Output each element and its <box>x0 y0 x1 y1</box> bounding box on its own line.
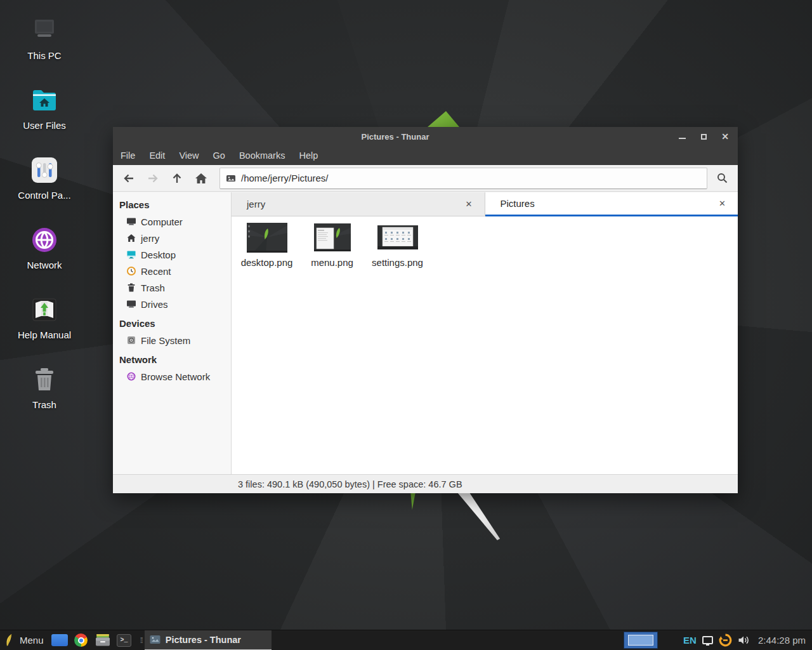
feather-logo-icon <box>4 633 14 647</box>
menu-button[interactable]: Menu <box>0 630 49 650</box>
path-text[interactable]: /home/jerry/Pictures/ <box>241 173 329 183</box>
clock[interactable]: 2:44:28 pm <box>756 635 806 646</box>
window-title: Pictures - Thunar <box>113 132 678 142</box>
sidebar-item-drives[interactable]: Drives <box>113 296 231 312</box>
search-icon <box>716 172 728 184</box>
sidebar-header-devices: Devices <box>113 315 231 332</box>
menu-edit[interactable]: Edit <box>142 146 172 165</box>
sidebar-item-recent[interactable]: Recent <box>113 263 231 279</box>
desktop-icon-control-panel[interactable]: Control Pa... <box>9 155 80 201</box>
help-manual-icon <box>29 295 60 325</box>
menu-go[interactable]: Go <box>206 146 232 165</box>
drives-icon <box>126 299 136 309</box>
desktop-icon-label: Trash <box>9 399 80 410</box>
volume-icon[interactable] <box>738 635 750 646</box>
sidebar: Places Computer jerry <box>113 192 232 474</box>
sidebar-item-label: Desktop <box>141 249 176 260</box>
keyboard-layout-indicator[interactable]: EN <box>683 635 697 646</box>
sidebar-item-label: jerry <box>141 233 159 244</box>
desktop-icon-label: User Files <box>9 120 80 131</box>
sidebar-item-desktop[interactable]: Desktop <box>113 246 231 263</box>
desktop-wallpaper: This PC User Files Control Pa... <box>0 0 812 650</box>
maximize-icon <box>701 134 707 140</box>
desktop-icon-trash[interactable]: Trash <box>9 364 80 410</box>
terminal-icon: >_ <box>117 634 131 647</box>
menu-bookmarks[interactable]: Bookmarks <box>232 146 292 165</box>
sidebar-item-label: Trash <box>141 282 165 293</box>
desktop-icon-label: Help Manual <box>9 329 80 340</box>
terminal-launcher[interactable]: >_ <box>115 630 134 650</box>
file-name: settings.png <box>372 257 423 268</box>
sidebar-item-label: Drives <box>141 299 168 310</box>
file-manager-icon <box>95 633 110 647</box>
window-titlebar[interactable]: Pictures - Thunar ✕ <box>113 127 738 146</box>
home-folder-icon <box>126 233 136 243</box>
wallpaper-feather-top <box>428 111 459 127</box>
trash-icon <box>29 364 60 395</box>
status-text: 3 files: 490.1 kB (490,050 bytes) | Free… <box>113 479 462 489</box>
wallpaper-feather-sliver <box>409 493 419 510</box>
wallpaper-quill <box>456 493 502 540</box>
chrome-launcher[interactable] <box>72 630 91 650</box>
sidebar-header-network: Network <box>113 352 231 368</box>
sidebar-item-browse-network[interactable]: Browse Network <box>113 368 231 385</box>
show-desktop-icon <box>51 634 68 646</box>
home-icon <box>195 173 207 184</box>
path-bar[interactable]: /home/jerry/Pictures/ <box>219 168 707 189</box>
sidebar-item-computer[interactable]: Computer <box>113 213 231 230</box>
sidebar-item-filesystem[interactable]: File System <box>113 332 231 348</box>
taskbar-task-thunar[interactable]: Pictures - Thunar <box>145 630 272 650</box>
tab-label: Pictures <box>501 198 716 209</box>
trash-small-icon <box>126 282 136 293</box>
workspace-pager[interactable] <box>624 632 658 649</box>
close-button[interactable]: ✕ <box>717 129 733 144</box>
image-file-icon <box>226 173 236 183</box>
maximize-button[interactable] <box>696 129 711 144</box>
tasklist-handle[interactable]: ⁞⁞ <box>140 635 142 645</box>
tab-close-icon[interactable]: ✕ <box>462 198 476 210</box>
show-desktop-button[interactable] <box>50 630 69 650</box>
desktop-icon-help-manual[interactable]: Help Manual <box>9 295 80 340</box>
file-view[interactable]: desktop.png <box>232 216 738 474</box>
menu-view[interactable]: View <box>172 146 206 165</box>
file-settings-png[interactable]: settings.png <box>367 222 428 268</box>
menubar: File Edit View Go Bookmarks Help <box>113 146 738 165</box>
desktop-icon-network[interactable]: Network <box>9 225 80 270</box>
sidebar-header-places: Places <box>113 197 231 213</box>
tab-close-icon[interactable]: ✕ <box>716 197 729 209</box>
sidebar-item-label: Recent <box>141 266 171 277</box>
desktop-icon-user-files[interactable]: User Files <box>9 85 80 131</box>
back-icon <box>122 173 135 184</box>
update-manager-icon[interactable] <box>719 633 732 647</box>
chrome-icon <box>74 633 88 647</box>
display-tray-icon[interactable] <box>702 636 713 644</box>
file-desktop-png[interactable]: desktop.png <box>237 222 297 268</box>
toolbar: /home/jerry/Pictures/ <box>113 165 738 192</box>
desktop-icon-this-pc[interactable]: This PC <box>9 15 80 61</box>
tab-jerry[interactable]: jerry ✕ <box>232 192 485 216</box>
taskbar: Menu >_ ⁞⁞ Pictur <box>0 630 812 650</box>
minimize-icon <box>679 138 686 139</box>
menu-help[interactable]: Help <box>292 146 325 165</box>
sidebar-item-trash[interactable]: Trash <box>113 279 231 296</box>
forward-button[interactable] <box>143 168 163 189</box>
minimize-button[interactable] <box>674 129 690 144</box>
menu-file[interactable]: File <box>114 146 142 165</box>
tab-pictures[interactable]: Pictures ✕ <box>485 192 738 216</box>
sidebar-item-home[interactable]: jerry <box>113 230 231 246</box>
up-button[interactable] <box>167 168 187 189</box>
menu-button-label: Menu <box>20 635 44 646</box>
desktop-monitor-icon <box>126 249 136 260</box>
file-menu-png[interactable]: menu.png <box>302 222 362 268</box>
home-button[interactable] <box>191 168 211 189</box>
task-window-icon <box>150 635 160 644</box>
back-button[interactable] <box>119 168 139 189</box>
file-manager-launcher[interactable] <box>93 630 112 650</box>
search-button[interactable] <box>710 168 734 189</box>
file-name: desktop.png <box>241 257 293 268</box>
control-panel-icon <box>29 155 60 185</box>
sidebar-item-label: Computer <box>141 216 183 227</box>
desktop-icon-label: Network <box>9 260 80 270</box>
desktop-icon-label: Control Pa... <box>9 190 80 201</box>
settings-png-thumbnail <box>377 222 418 253</box>
